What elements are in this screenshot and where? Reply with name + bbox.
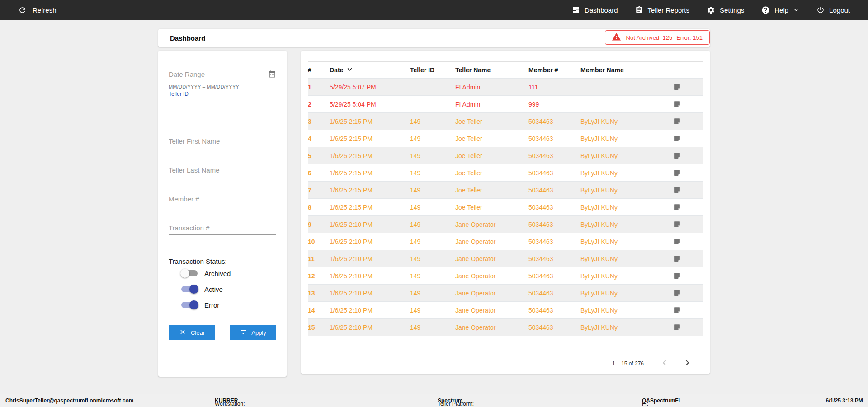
page-title: Dashboard [170,34,205,42]
nav-teller-reports[interactable]: Teller Reports [635,6,690,14]
table-header-row: # Date Teller ID Teller Name Member # [308,62,703,79]
table-row[interactable]: 7 1/6/25 2:15 PM 149 Joe Teller 5034463 … [308,182,703,199]
transaction-number-input[interactable] [169,221,276,235]
note-button[interactable] [673,267,703,285]
table-row[interactable]: 15 1/6/25 2:10 PM 149 Jane Operator 5034… [308,319,703,336]
note-button[interactable] [673,79,703,96]
refresh-icon [18,6,27,14]
cell-teller-name: Jane Operator [455,302,528,319]
main-content: Dashboard Not Archived: 125 Error: 151 M… [158,29,710,377]
transactions-table: # Date Teller ID Teller Name Member # [308,61,703,336]
teller-first-name-input[interactable] [169,135,276,148]
table-row[interactable]: 2 5/29/25 5:04 PM FI Admin 999 [308,96,703,113]
toggle-error[interactable]: Error [169,297,276,313]
member-number-input[interactable] [169,192,276,206]
cell-row-number: 14 [308,302,330,319]
col-member-number: Member # [528,62,580,79]
col-date-sort[interactable]: Date [330,62,410,79]
next-page-button[interactable] [683,358,692,369]
toggle-track [181,270,198,276]
cell-teller-name: Jane Operator [455,319,528,336]
toggle-archived[interactable]: Archived [169,266,276,281]
cell-teller-name: Jane Operator [455,267,528,285]
table-row[interactable]: 12 1/6/25 2:10 PM 149 Jane Operator 5034… [308,267,703,285]
cell-member-number: 5034463 [528,250,580,267]
alert-badge[interactable]: Not Archived: 125 Error: 151 [605,30,710,45]
cell-row-number: 4 [308,130,330,147]
cell-member-name: ByLyJI KUNy [580,250,673,267]
cell-teller-id: 149 [410,147,455,164]
apply-button[interactable]: Apply [230,325,276,340]
note-button[interactable] [673,216,703,233]
table-row[interactable]: 5 1/6/25 2:15 PM 149 Joe Teller 5034463 … [308,147,703,164]
nav-logout[interactable]: Logout [816,6,850,14]
note-button[interactable] [673,182,703,199]
cell-row-number: 15 [308,319,330,336]
table-row[interactable]: 10 1/6/25 2:10 PM 149 Jane Operator 5034… [308,233,703,250]
table-row[interactable]: 14 1/6/25 2:10 PM 149 Jane Operator 5034… [308,302,703,319]
note-button[interactable] [673,319,703,336]
not-archived-count: Not Archived: 125 [626,34,673,41]
fi-info: FI: QASpectrumFI [642,398,680,404]
toggle-thumb [189,300,198,309]
nav-settings-label: Settings [720,6,744,14]
note-button[interactable] [673,199,703,216]
note-icon [673,323,681,331]
note-icon [673,117,681,125]
date-range-input[interactable] [169,68,276,81]
status-bar: ChrisSuperTeller@qaspectrumfi.onmicrosof… [0,394,868,407]
cell-member-number: 5034463 [528,164,580,182]
cell-row-number: 2 [308,96,330,113]
note-button[interactable] [673,113,703,130]
cell-row-number: 6 [308,164,330,182]
note-button[interactable] [673,302,703,319]
nav-help[interactable]: Help [761,6,799,14]
gear-icon [707,6,715,14]
nav-dashboard[interactable]: Dashboard [572,6,618,14]
teller-id-label: Teller ID [169,91,276,97]
cell-date: 5/29/25 5:04 PM [330,96,410,113]
toggle-active[interactable]: Active [169,281,276,297]
table-row[interactable]: 11 1/6/25 2:10 PM 149 Jane Operator 5034… [308,250,703,267]
table-row[interactable]: 13 1/6/25 2:10 PM 149 Jane Operator 5034… [308,285,703,302]
table-row[interactable]: 6 1/6/25 2:15 PM 149 Joe Teller 5034463 … [308,164,703,182]
table-row[interactable]: 1 5/29/25 5:07 PM FI Admin 111 [308,79,703,96]
table-row[interactable]: 4 1/6/25 2:15 PM 149 Joe Teller 5034463 … [308,130,703,147]
transaction-number-field [169,221,276,235]
cell-row-number: 11 [308,250,330,267]
cell-teller-name: Jane Operator [455,250,528,267]
clear-button[interactable]: Clear [169,325,215,340]
note-button[interactable] [673,233,703,250]
col-date-label: Date [330,66,343,74]
table-row[interactable]: 8 1/6/25 2:15 PM 149 Joe Teller 5034463 … [308,199,703,216]
note-button[interactable] [673,164,703,182]
note-button[interactable] [673,96,703,113]
teller-id-input[interactable] [169,97,276,112]
cell-teller-name: Joe Teller [455,113,528,130]
cell-date: 1/6/25 2:10 PM [330,267,410,285]
refresh-button[interactable]: Refresh [18,6,57,14]
note-button[interactable] [673,285,703,302]
cell-row-number: 3 [308,113,330,130]
teller-last-name-input[interactable] [169,164,276,177]
cell-date: 1/6/25 2:10 PM [330,302,410,319]
cell-member-number: 5034463 [528,147,580,164]
cell-member-number: 5034463 [528,199,580,216]
table-row[interactable]: 3 1/6/25 2:15 PM 149 Joe Teller 5034463 … [308,113,703,130]
note-icon [673,203,681,211]
cell-member-name: ByLyJI KUNy [580,130,673,147]
note-icon [673,83,681,91]
top-nav: Dashboard Teller Reports Settings Help [572,6,850,14]
note-button[interactable] [673,147,703,164]
note-icon [673,135,681,142]
nav-settings[interactable]: Settings [707,6,744,14]
nav-teller-reports-label: Teller Reports [648,6,690,14]
note-icon [673,186,681,194]
calendar-icon[interactable] [268,70,276,80]
clear-button-label: Clear [191,329,205,336]
note-button[interactable] [673,250,703,267]
table-row[interactable]: 9 1/6/25 2:10 PM 149 Jane Operator 50344… [308,216,703,233]
note-button[interactable] [673,130,703,147]
previous-page-button[interactable] [660,358,669,369]
cell-date: 1/6/25 2:15 PM [330,113,410,130]
